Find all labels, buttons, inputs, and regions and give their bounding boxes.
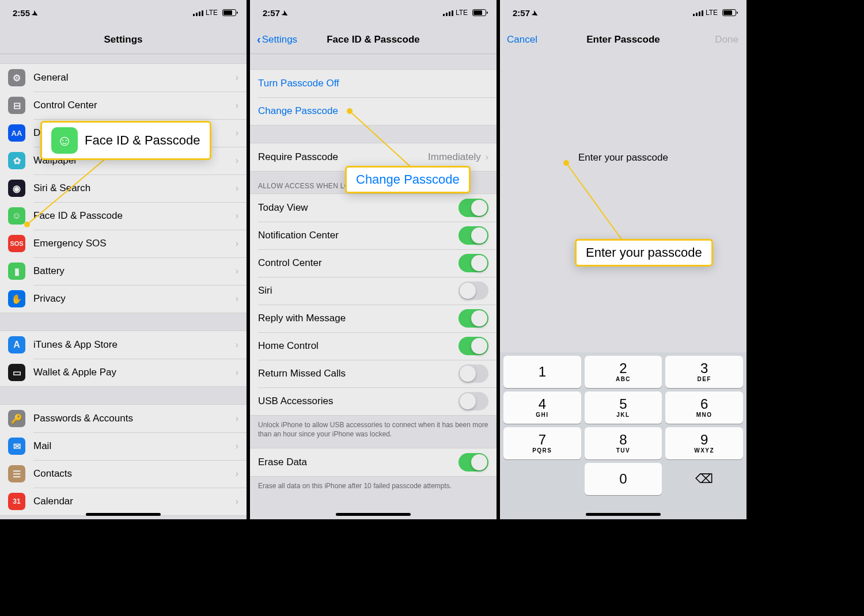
passcode-prompt: Enter your passcode [500,152,746,163]
toggle-switch[interactable] [458,364,488,383]
toggle-switch[interactable] [458,226,488,245]
toggle-today: Today View [250,194,497,222]
row-mail[interactable]: ✉Mail› [0,432,247,460]
chevron-right-icon: › [236,340,238,350]
key-1[interactable]: 1 [503,356,581,388]
row-control-center[interactable]: ⊟Control Center› [0,92,247,119]
status-lte: LTE [706,9,718,17]
toggle-missed-calls: Return Missed Calls [250,360,497,387]
location-icon: ➤ [31,8,40,18]
toggle-switch[interactable] [458,392,488,410]
key-9[interactable]: 9WXYZ [665,427,743,459]
key-3[interactable]: 3DEF [665,356,743,388]
enter-passcode-screen: 2:57➤ LTE Cancel Enter Passcode Done Ent… [500,0,746,519]
siri-icon: ◉ [8,180,25,197]
status-lte: LTE [456,9,468,17]
annotation-callout: Change Passcode [345,166,471,193]
key-0[interactable]: 0 [585,463,662,495]
annotation-dot [347,108,353,114]
toggle-reply: Reply with Message [250,305,497,332]
home-indicator[interactable] [586,513,661,516]
faceid-icon: ☺ [51,127,78,154]
annotation-callout: Enter your passcode [575,239,713,267]
toggle-control-center: Control Center [250,249,497,277]
row-faceid[interactable]: ☺Face ID & Passcode› [0,202,247,230]
turn-passcode-off[interactable]: Turn Passcode Off [250,70,497,97]
chevron-right-icon: › [236,441,238,451]
chevron-right-icon: › [236,469,238,479]
row-itunes[interactable]: AiTunes & App Store› [0,331,247,359]
page-title: Enter Passcode [586,34,660,45]
location-icon: ➤ [530,8,540,18]
chevron-right-icon: › [236,294,238,304]
key-icon: 🔑 [8,410,25,427]
key-5[interactable]: 5JKL [585,391,662,424]
navbar: Cancel Enter Passcode Done [500,25,746,54]
mail-icon: ✉ [8,438,25,455]
svg-line-2 [566,163,627,246]
chevron-right-icon: › [236,73,238,83]
chevron-right-icon: › [236,183,238,193]
erase-note: Erase all data on this iPhone after 10 f… [250,477,497,500]
battery-row-icon: ▮ [8,263,25,280]
toggle-notification-center: Notification Center [250,222,497,249]
status-bar: 2:57➤ LTE [500,0,746,25]
row-contacts[interactable]: ☰Contacts› [0,460,247,488]
switches-icon: ⊟ [8,97,25,114]
settings-screen: 2:55➤ LTE Settings ⚙General› ⊟Control Ce… [0,0,250,519]
home-indicator[interactable] [86,513,161,516]
navbar: ‹Settings Face ID & Passcode [250,25,497,54]
toggle-home: Home Control [250,332,497,360]
toggle-switch[interactable] [458,282,488,300]
battery-icon [722,9,736,16]
page-title: Face ID & Passcode [327,34,420,45]
key-2[interactable]: 2ABC [585,356,662,388]
chevron-right-icon: › [236,128,238,138]
toggle-switch[interactable] [458,254,488,272]
key-7[interactable]: 7PQRS [503,427,581,459]
status-lte: LTE [206,9,218,17]
appstore-icon: A [8,336,25,353]
status-bar: 2:57➤ LTE [250,0,497,25]
row-battery[interactable]: ▮Battery› [0,257,247,285]
cancel-button[interactable]: Cancel [507,25,537,54]
toggle-switch[interactable] [458,453,488,471]
back-button[interactable]: ‹Settings [257,25,297,54]
home-indicator[interactable] [336,513,411,516]
row-general[interactable]: ⚙General› [0,64,247,92]
key-4[interactable]: 4GHI [503,391,581,424]
annotation-callout: ☺ Face ID & Passcode [40,121,211,160]
change-passcode[interactable]: Change Passcode [250,97,497,125]
key-6[interactable]: 6MNO [665,391,743,424]
status-bar: 2:55➤ LTE [0,0,247,25]
gear-icon: ⚙ [8,69,25,86]
row-passwords[interactable]: 🔑Passwords & Accounts› [0,405,247,432]
done-button: Done [715,25,738,54]
row-sos[interactable]: SOSEmergency SOS› [0,230,247,257]
signal-icon [443,9,453,16]
key-8[interactable]: 8TUV [585,427,662,459]
chevron-right-icon: › [236,238,238,249]
faceid-icon: ☺ [8,207,25,225]
toggle-switch[interactable] [458,199,488,217]
chevron-right-icon: › [236,367,238,378]
chevron-right-icon: › [236,211,238,221]
chevron-right-icon: › [486,152,488,162]
backspace-key[interactable]: ⌫ [665,463,743,495]
faceid-passcode-screen: 2:57➤ LTE ‹Settings Face ID & Passcode T… [250,0,500,519]
row-wallet[interactable]: ▭Wallet & Apple Pay› [0,359,247,386]
status-time: 2:57 [513,8,530,18]
row-calendar[interactable]: 31Calendar› [0,488,247,515]
row-siri[interactable]: ◉Siri & Search› [0,174,247,202]
toggle-switch[interactable] [458,309,488,328]
chevron-right-icon: › [236,266,238,276]
chevron-left-icon: ‹ [257,33,261,46]
chevron-right-icon: › [236,100,238,111]
hand-icon: ✋ [8,290,25,307]
navbar: Settings [0,25,247,54]
wallet-icon: ▭ [8,364,25,381]
row-privacy[interactable]: ✋Privacy› [0,285,247,313]
battery-icon [222,9,236,16]
toggle-switch[interactable] [458,337,488,355]
location-icon: ➤ [281,8,290,18]
